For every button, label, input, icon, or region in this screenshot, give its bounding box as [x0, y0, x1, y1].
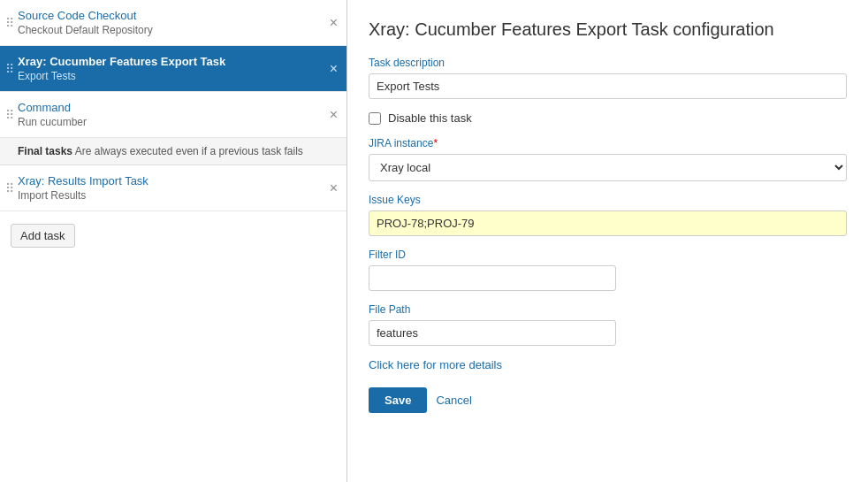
- filter-id-input[interactable]: [369, 265, 616, 291]
- disable-checkbox[interactable]: [369, 112, 381, 125]
- final-tasks-header: Final tasks Are always executed even if …: [0, 138, 346, 165]
- right-panel: Xray: Cucumber Features Export Task conf…: [347, 0, 868, 482]
- button-row: Save Cancel: [369, 387, 847, 413]
- issue-keys-group: Issue Keys: [369, 194, 847, 236]
- disable-task-row: Disable this task: [369, 111, 847, 125]
- task-title: Command: [18, 101, 315, 114]
- task-item-cucumber-export[interactable]: Xray: Cucumber Features Export TaskExpor…: [0, 46, 346, 92]
- remove-task-button[interactable]: ×: [330, 181, 338, 195]
- file-path-label: File Path: [369, 303, 847, 316]
- file-path-group: File Path: [369, 303, 847, 346]
- jira-instance-group: JIRA instance* Xray local: [369, 137, 847, 181]
- task-subtitle: Export Tests: [18, 70, 315, 82]
- add-task-button[interactable]: Add task: [11, 224, 75, 248]
- task-description-group: Task description: [369, 57, 847, 99]
- remove-task-button[interactable]: ×: [330, 62, 338, 76]
- filter-id-group: Filter ID: [369, 249, 847, 291]
- task-item-results-import[interactable]: Xray: Results Import TaskImport Results×: [0, 165, 346, 211]
- remove-task-button[interactable]: ×: [330, 16, 338, 30]
- left-panel: Source Code CheckoutCheckout Default Rep…: [0, 0, 347, 482]
- cancel-button[interactable]: Cancel: [436, 394, 471, 407]
- jira-instance-select[interactable]: Xray local: [369, 154, 847, 181]
- task-description-label: Task description: [369, 57, 847, 69]
- task-item-source-checkout[interactable]: Source Code CheckoutCheckout Default Rep…: [0, 0, 346, 46]
- task-title: Xray: Results Import Task: [18, 174, 315, 187]
- filter-id-label: Filter ID: [369, 249, 847, 261]
- save-button[interactable]: Save: [369, 387, 427, 413]
- panel-title: Xray: Cucumber Features Export Task conf…: [369, 18, 847, 41]
- more-details-link[interactable]: Click here for more details: [369, 358, 502, 371]
- final-tasks-note: Are always executed even if a previous t…: [75, 145, 303, 157]
- task-title: Source Code Checkout: [18, 9, 315, 22]
- jira-instance-label: JIRA instance*: [369, 137, 847, 149]
- task-title: Xray: Cucumber Features Export Task: [18, 55, 315, 68]
- final-tasks-label: Final tasks: [18, 145, 72, 157]
- task-item-command[interactable]: CommandRun cucumber×: [0, 92, 346, 138]
- remove-task-button[interactable]: ×: [330, 108, 338, 122]
- task-description-input[interactable]: [369, 73, 847, 99]
- issue-keys-input[interactable]: [369, 210, 847, 236]
- issue-keys-label: Issue Keys: [369, 194, 847, 206]
- task-subtitle: Run cucumber: [18, 116, 315, 128]
- task-subtitle: Import Results: [18, 189, 315, 202]
- file-path-input[interactable]: [369, 320, 616, 346]
- disable-label: Disable this task: [388, 111, 472, 125]
- add-task-area: Add task: [0, 211, 346, 260]
- task-subtitle: Checkout Default Repository: [18, 24, 315, 36]
